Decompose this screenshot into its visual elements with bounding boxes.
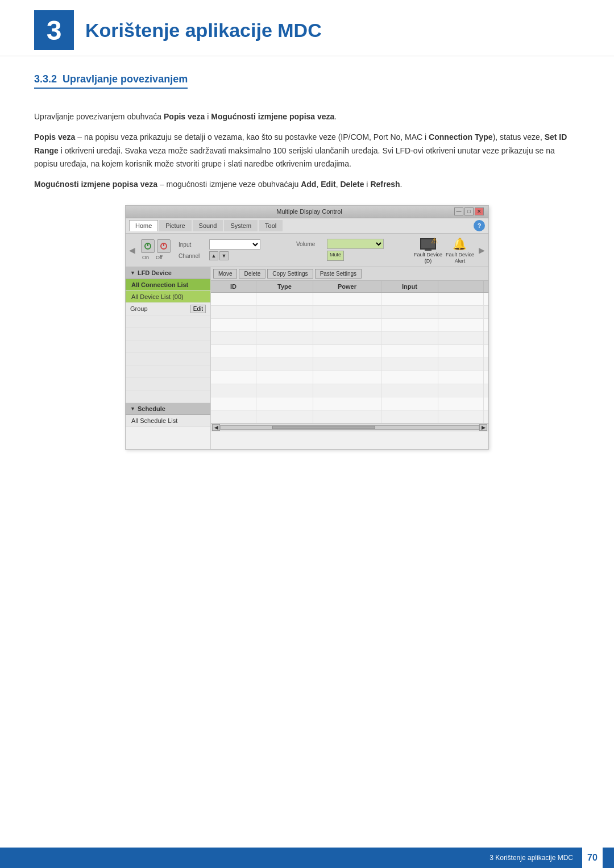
table-row[interactable]: [211, 358, 488, 371]
table-header: ID Type Power Input: [211, 281, 488, 293]
input-channel-controls: Input Channel ▲ ▼: [179, 239, 292, 260]
menu-item-home[interactable]: Home: [129, 220, 158, 231]
mdc-toolbar: ◀ On Off Input: [126, 234, 488, 267]
mute-button[interactable]: Mute: [327, 251, 344, 261]
fault-area: ⚠ Fault Device(D) 🔔 Fault DeviceAlert: [414, 236, 474, 264]
close-button[interactable]: ✕: [475, 207, 484, 215]
all-schedule-list-item[interactable]: All Schedule List: [126, 415, 210, 427]
power-off-button[interactable]: [157, 239, 171, 253]
scroll-right-arrow[interactable]: ▶: [479, 424, 487, 431]
volume-row: Volume: [296, 239, 409, 249]
main-content: 3.3.2 Upravljanje povezivanjem Upravljan…: [0, 73, 614, 450]
mdc-screenshot: Multiple Display Control — □ ✕ Home Pict…: [125, 205, 489, 450]
fault-device-alert-icon: 🔔: [451, 236, 469, 252]
table-row[interactable]: [211, 332, 488, 345]
table-row[interactable]: [211, 319, 488, 332]
move-button[interactable]: Move: [213, 269, 237, 279]
lfd-device-section: ▼ LFD Device All Connection List All Dev…: [126, 267, 210, 403]
table-row[interactable]: [211, 345, 488, 358]
group-row: Group Edit: [126, 303, 210, 315]
table-row[interactable]: [211, 371, 488, 384]
schedule-label: Schedule: [138, 405, 165, 412]
scrollbar-thumb[interactable]: [272, 426, 376, 429]
table-header-input: Input: [381, 281, 438, 292]
toolbar-left-arrow[interactable]: ◀: [129, 246, 135, 255]
mdc-titlebar-buttons: — □ ✕: [454, 207, 484, 215]
group-item-5[interactable]: [126, 366, 210, 378]
menu-item-picture[interactable]: Picture: [159, 220, 191, 231]
horizontal-scrollbar[interactable]: ◀ ▶: [211, 423, 488, 431]
channel-down-button[interactable]: ▼: [219, 251, 229, 260]
schedule-collapse-arrow: ▼: [130, 406, 135, 412]
schedule-section: ▼ Schedule All Schedule List: [126, 403, 210, 427]
minimize-button[interactable]: —: [454, 207, 463, 215]
channel-controls: ▲ ▼: [209, 251, 229, 260]
group-item-1[interactable]: [126, 315, 210, 328]
fault-device-d[interactable]: ⚠ Fault Device(D): [414, 236, 442, 264]
group-item-6[interactable]: [126, 378, 210, 391]
table-header-power: Power: [313, 281, 381, 292]
group-item-4[interactable]: [126, 353, 210, 366]
warning-icon: ⚠: [431, 236, 438, 245]
chapter-header: 3 Korištenje aplikacije MDC: [0, 0, 614, 56]
schedule-header[interactable]: ▼ Schedule: [126, 403, 210, 415]
channel-up-button[interactable]: ▲: [209, 251, 218, 260]
mdc-window-title: Multiple Display Control: [164, 208, 454, 215]
mdc-sidebar: ▼ LFD Device All Connection List All Dev…: [126, 267, 211, 449]
group-label: Group: [130, 305, 148, 312]
all-connection-list-item[interactable]: All Connection List: [126, 279, 210, 291]
volume-mute-controls: Volume Mute: [296, 239, 409, 261]
table-header-id: ID: [211, 281, 256, 292]
volume-label: Volume: [296, 241, 325, 247]
lfd-device-header[interactable]: ▼ LFD Device: [126, 267, 210, 279]
channel-row: Channel ▲ ▼: [179, 251, 292, 260]
mdc-menubar: Home Picture Sound System Tool ?: [126, 218, 488, 234]
table-header-type: Type: [256, 281, 313, 292]
popis-veza-paragraph: Popis veza – na popisu veza prikazuju se…: [34, 131, 580, 171]
table-row[interactable]: [211, 410, 488, 423]
intro-paragraph: Upravljanje povezivanjem obuhvaća Popis …: [34, 110, 580, 124]
all-device-list-item[interactable]: All Device List (00): [126, 291, 210, 303]
chapter-title: Korištenje aplikacije MDC: [85, 19, 322, 41]
menu-item-system[interactable]: System: [224, 220, 258, 231]
menu-item-tool[interactable]: Tool: [259, 220, 283, 231]
group-item-3[interactable]: [126, 340, 210, 353]
fault-device-alert-label: Fault DeviceAlert: [446, 252, 474, 264]
bell-icon: 🔔: [453, 237, 467, 251]
fault-device-alert[interactable]: 🔔 Fault DeviceAlert: [446, 236, 474, 264]
section-heading: 3.3.2 Upravljanje povezivanjem: [34, 73, 188, 89]
input-select[interactable]: [209, 239, 260, 250]
mogucnosti-paragraph: Mogućnosti izmjene popisa veza – mogućno…: [34, 178, 580, 192]
table-row[interactable]: [211, 306, 488, 319]
group-item-7[interactable]: [126, 391, 210, 403]
paste-settings-button[interactable]: Paste Settings: [315, 269, 362, 279]
fault-device-d-icon: ⚠: [419, 236, 437, 252]
group-item-2[interactable]: [126, 328, 210, 340]
power-on-button[interactable]: [141, 239, 155, 253]
toolbar-right-arrow[interactable]: ▶: [479, 246, 485, 255]
table-row[interactable]: [211, 397, 488, 410]
scrollbar-track[interactable]: [220, 425, 479, 430]
menu-item-sound[interactable]: Sound: [193, 220, 223, 231]
footer-chapter-text: 3 Korištenje aplikacije MDC: [489, 854, 573, 862]
lfd-collapse-arrow: ▼: [130, 270, 135, 276]
fault-device-d-label: Fault Device(D): [414, 252, 442, 264]
table-row[interactable]: [211, 293, 488, 306]
copy-settings-button[interactable]: Copy Settings: [267, 269, 313, 279]
on-label: On: [142, 255, 149, 260]
volume-select[interactable]: [327, 239, 384, 249]
mdc-body: ▼ LFD Device All Connection List All Dev…: [126, 267, 488, 449]
off-label: Off: [156, 255, 163, 260]
input-label: Input: [179, 242, 207, 248]
help-button[interactable]: ?: [474, 220, 485, 231]
scroll-left-arrow[interactable]: ◀: [212, 424, 220, 431]
restore-button[interactable]: □: [464, 207, 474, 215]
table-row[interactable]: [211, 384, 488, 397]
power-controls: On Off: [140, 238, 172, 261]
page-number: 70: [582, 848, 603, 868]
delete-button[interactable]: Delete: [239, 269, 265, 279]
channel-label: Channel: [179, 253, 207, 259]
group-edit-button[interactable]: Edit: [190, 305, 206, 313]
mute-row: Mute: [296, 251, 409, 261]
mdc-titlebar: Multiple Display Control — □ ✕: [126, 206, 488, 218]
